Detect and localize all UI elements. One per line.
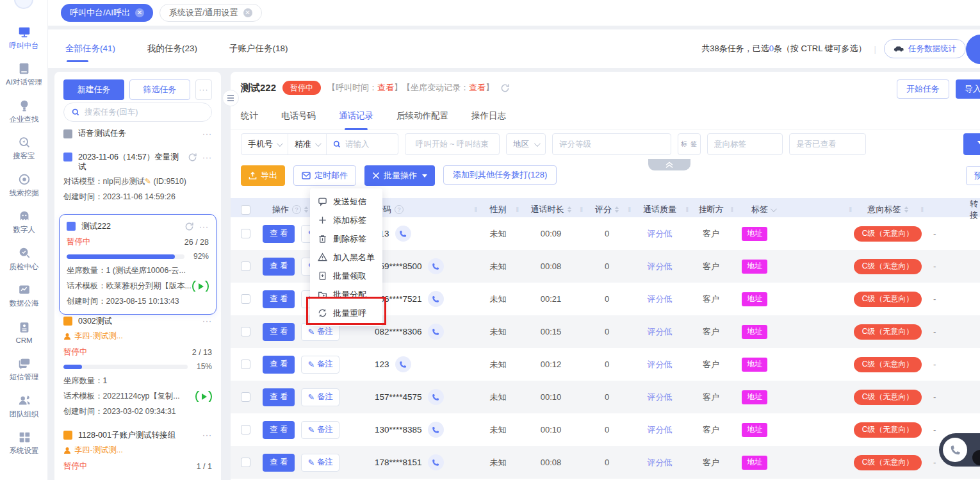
- sidebar-item-ai-dialog[interactable]: AI对话管理: [0, 56, 48, 94]
- quality-link[interactable]: 评分低: [631, 348, 689, 381]
- view-button[interactable]: 查 看: [263, 225, 295, 243]
- view-button[interactable]: 查 看: [263, 421, 295, 439]
- phone-icon[interactable]: [943, 438, 967, 462]
- note-button[interactable]: ✎备注: [301, 421, 339, 439]
- sort-icon[interactable]: [904, 206, 908, 213]
- export-button[interactable]: 导出: [241, 165, 285, 186]
- tab-followup-config[interactable]: 后续动作配置: [396, 110, 448, 122]
- quality-link[interactable]: 评分低: [631, 413, 689, 446]
- refresh-icon[interactable]: [500, 83, 510, 93]
- view-button[interactable]: 查 看: [263, 356, 295, 374]
- view-button[interactable]: 查 看: [263, 258, 295, 276]
- row-checkbox[interactable]: [241, 261, 250, 271]
- menu-item-batch-assign[interactable]: 批量分配: [310, 285, 382, 304]
- sidebar-item-team[interactable]: 团队组织: [0, 388, 48, 425]
- field-select[interactable]: 手机号: [241, 134, 288, 154]
- quality-link[interactable]: 评分低: [631, 446, 689, 479]
- sort-icon[interactable]: [568, 206, 571, 213]
- close-icon[interactable]: ✕: [135, 8, 144, 17]
- menu-item-blacklist[interactable]: 加入黑名单: [310, 248, 382, 267]
- view-button[interactable]: 查 看: [263, 290, 295, 308]
- close-icon[interactable]: ✕: [243, 8, 252, 17]
- call-date-range-input[interactable]: [405, 133, 500, 155]
- sidebar-item-settings[interactable]: 系统设置: [0, 425, 48, 462]
- sidebar-item-lead-mining[interactable]: 线索挖掘: [0, 167, 48, 204]
- play-task-button[interactable]: [195, 391, 212, 402]
- task-card[interactable]: 1128-001子账户测试转接组 ··· 李四-测试测... 暂停中1 / 1: [63, 431, 212, 472]
- refresh-icon[interactable]: [188, 153, 197, 162]
- phone-icon[interactable]: [428, 324, 444, 340]
- card-more-icon[interactable]: ···: [202, 317, 212, 326]
- sidebar-item-digital-human[interactable]: 数字人: [0, 204, 48, 241]
- keyword-search[interactable]: [327, 134, 398, 154]
- row-checkbox[interactable]: [241, 458, 250, 467]
- sidebar-item-call-center[interactable]: 呼叫中台: [0, 19, 48, 56]
- task-item-voice-test[interactable]: 语音测试任务 ···: [63, 128, 212, 139]
- task-stats-button[interactable]: 任务数据统计: [884, 39, 966, 58]
- menu-item-delete-tag[interactable]: 删除标签: [310, 229, 382, 248]
- task-card[interactable]: 2023-11-06（14:57）变量测试 ··· 对话模型：nlp同步测试✎ …: [63, 153, 212, 203]
- tab-statistics[interactable]: 统计: [241, 110, 258, 122]
- add-to-other-task-button[interactable]: 添加到其他任务拨打(128): [443, 165, 557, 185]
- row-checkbox[interactable]: [241, 392, 250, 402]
- refresh-icon[interactable]: [184, 222, 194, 231]
- tab-subaccount-tasks[interactable]: 子账户任务(18): [228, 43, 290, 54]
- tab-operation-log[interactable]: 操作日志: [471, 110, 506, 122]
- help-icon[interactable]: ?: [292, 205, 301, 214]
- scheduled-mail-button[interactable]: 定时邮件: [293, 165, 356, 186]
- task-card[interactable]: 0302测试 ··· 李四-测试测... 暂停中2 / 13 15% 坐席数量：…: [63, 317, 212, 417]
- more-tasks-button[interactable]: ···: [195, 79, 212, 100]
- batch-operation-button[interactable]: 批量操作: [364, 165, 435, 186]
- pencil-icon[interactable]: ✎: [145, 177, 151, 186]
- note-button[interactable]: ✎备注: [301, 388, 339, 406]
- tab-phone-numbers[interactable]: 电话号码: [281, 110, 316, 122]
- view-button[interactable]: 查 看: [263, 388, 295, 406]
- help-icon[interactable]: ?: [395, 205, 404, 214]
- breadcrumb-inactive[interactable]: 系统设置/通用设置 ✕: [159, 4, 262, 22]
- viewed-filter-input[interactable]: [789, 133, 866, 155]
- menu-item-batch-receive[interactable]: 批量领取: [310, 267, 382, 285]
- phone-icon[interactable]: [428, 422, 444, 438]
- phone-icon[interactable]: [428, 389, 444, 405]
- row-checkbox[interactable]: [241, 229, 250, 238]
- sidebar-item-qc-center[interactable]: 质检中心: [0, 240, 48, 277]
- phone-icon[interactable]: [428, 258, 444, 274]
- tab-my-tasks[interactable]: 我的任务(23): [146, 43, 199, 54]
- quality-link[interactable]: 评分低: [631, 283, 689, 315]
- row-checkbox[interactable]: [241, 360, 250, 369]
- region-select[interactable]: 地区: [506, 133, 546, 155]
- phone-icon[interactable]: [395, 226, 411, 242]
- menu-item-send-sms[interactable]: 发送短信: [310, 192, 382, 211]
- view-button[interactable]: 查 看: [263, 454, 295, 472]
- play-task-button[interactable]: [192, 281, 209, 292]
- keyword-input[interactable]: [345, 140, 391, 149]
- menu-item-batch-recall[interactable]: 批量重呼: [310, 304, 382, 322]
- sidebar-item-soukebao[interactable]: 搜客宝: [0, 130, 48, 167]
- menu-item-add-tag[interactable]: 添加标签: [310, 211, 382, 229]
- view-call-time-link[interactable]: 查看: [377, 83, 394, 92]
- phone-icon[interactable]: [395, 356, 411, 372]
- tag-filter-button[interactable]: 标 签: [678, 133, 701, 155]
- card-more-icon[interactable]: ···: [202, 153, 212, 162]
- row-checkbox[interactable]: [241, 425, 250, 434]
- view-button[interactable]: 查 看: [263, 323, 295, 341]
- preset-filter-button[interactable]: 预设筛选: [966, 166, 980, 185]
- quality-link[interactable]: 评分低: [631, 381, 689, 413]
- view-seat-change-link[interactable]: 查看: [469, 83, 486, 92]
- select-all-checkbox[interactable]: [241, 205, 250, 215]
- floating-call-widget[interactable]: [939, 433, 980, 467]
- row-checkbox[interactable]: [241, 294, 250, 304]
- sort-icon[interactable]: [615, 206, 619, 213]
- score-level-input[interactable]: [552, 133, 671, 155]
- collapse-sidebar-handle[interactable]: [222, 90, 239, 106]
- sidebar-item-sms[interactable]: 短信管理: [0, 351, 48, 388]
- tab-all-tasks[interactable]: 全部任务(41): [64, 43, 117, 54]
- quality-link[interactable]: 评分低: [631, 217, 689, 250]
- tab-call-records[interactable]: 通话记录: [339, 110, 373, 122]
- task-card-selected[interactable]: 测试222 ··· 暂停中26 / 28 92% 坐席数量：1 (测试坐席100…: [59, 214, 216, 315]
- sidebar-item-crm[interactable]: CRM: [0, 314, 48, 351]
- new-task-button[interactable]: 新建任务: [63, 79, 124, 100]
- sidebar-item-data-ocean[interactable]: 数据公海: [0, 277, 48, 315]
- assistant-button[interactable]: [966, 35, 980, 64]
- note-button[interactable]: ✎备注: [301, 356, 339, 374]
